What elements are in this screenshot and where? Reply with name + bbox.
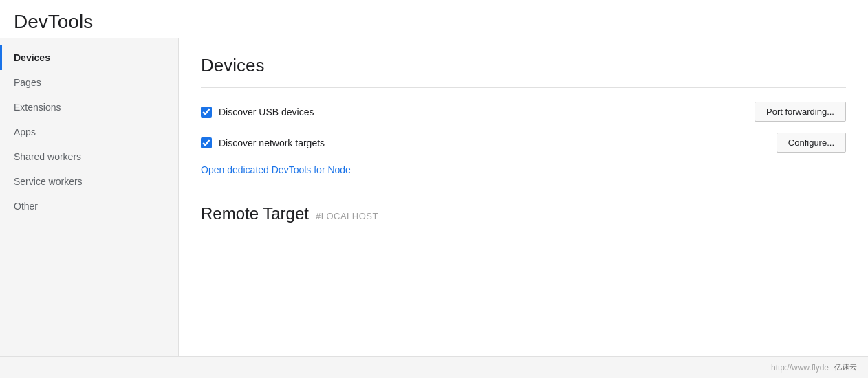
remote-target-badge: #LOCALHOST <box>316 211 378 221</box>
app-header: DevTools <box>0 0 868 38</box>
sidebar: Devices Pages Extensions Apps Shared wor… <box>0 38 179 356</box>
app-title: DevTools <box>14 11 93 32</box>
top-divider <box>201 87 846 88</box>
option-network-text: Discover network targets <box>219 137 325 148</box>
checkbox-usb[interactable] <box>201 107 212 118</box>
page-title: Devices <box>201 55 846 76</box>
sidebar-item-service-workers[interactable]: Service workers <box>0 169 178 194</box>
footer-bar: http://www.flyde 亿速云 <box>0 356 868 378</box>
sidebar-item-devices[interactable]: Devices <box>0 45 178 70</box>
sidebar-item-apps-label: Apps <box>14 126 36 137</box>
option-network-label-group: Discover network targets <box>201 137 777 148</box>
configure-button[interactable]: Configure... <box>777 133 846 153</box>
sidebar-item-other-label: Other <box>14 201 38 212</box>
footer-url: http://www.flyde <box>771 363 829 373</box>
checkbox-network-wrapper[interactable]: Discover network targets <box>201 137 325 148</box>
option-usb-label-group: Discover USB devices <box>201 107 755 118</box>
remote-target-title: Remote Target <box>201 204 309 223</box>
options-section: Discover USB devices Port forwarding... … <box>201 102 846 176</box>
devtools-node-link[interactable]: Open dedicated DevTools for Node <box>201 164 351 175</box>
content-area: Devices Discover USB devices Port forwar… <box>179 38 868 356</box>
option-row-usb: Discover USB devices Port forwarding... <box>201 102 846 122</box>
footer-logo: 亿速云 <box>834 362 857 373</box>
sidebar-item-apps[interactable]: Apps <box>0 120 178 144</box>
port-forwarding-button[interactable]: Port forwarding... <box>755 102 846 122</box>
remote-target-section: Remote Target #LOCALHOST <box>201 204 846 223</box>
option-usb-text: Discover USB devices <box>219 107 314 118</box>
option-row-network: Discover network targets Configure... <box>201 133 846 153</box>
sidebar-item-other[interactable]: Other <box>0 194 178 219</box>
checkbox-usb-wrapper[interactable]: Discover USB devices <box>201 107 314 118</box>
sidebar-item-pages[interactable]: Pages <box>0 70 178 95</box>
sidebar-item-service-workers-label: Service workers <box>14 176 83 187</box>
app-container: DevTools Devices Pages Extensions Apps S… <box>0 0 868 378</box>
main-content: Devices Pages Extensions Apps Shared wor… <box>0 38 868 356</box>
checkbox-network[interactable] <box>201 137 212 148</box>
sidebar-item-shared-workers[interactable]: Shared workers <box>0 144 178 169</box>
sidebar-item-extensions[interactable]: Extensions <box>0 95 178 120</box>
sidebar-item-pages-label: Pages <box>14 77 41 88</box>
sidebar-item-shared-workers-label: Shared workers <box>14 151 81 162</box>
sidebar-item-devices-label: Devices <box>14 52 50 63</box>
section-divider <box>201 190 846 190</box>
sidebar-item-extensions-label: Extensions <box>14 102 61 113</box>
